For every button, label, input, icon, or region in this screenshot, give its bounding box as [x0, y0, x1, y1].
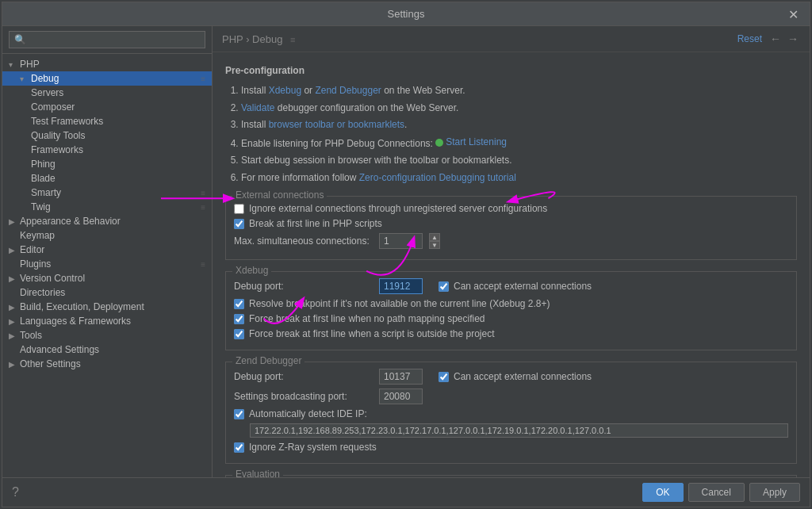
zend-can-accept-checkbox[interactable]: [439, 372, 449, 382]
zend-debugger-section: Zend Debugger Debug port: Can accept ext…: [225, 362, 797, 464]
sidebar-item-label: Appearance & Behavior: [20, 216, 205, 227]
external-connections-title: External connections: [232, 189, 327, 201]
sidebar-item-label: Editor: [20, 244, 205, 255]
settings-icon: ≡: [201, 203, 205, 212]
resolve-breakpoint-checkbox[interactable]: [234, 299, 244, 309]
sidebar-item-label: Quality Tools: [31, 130, 205, 141]
cancel-button[interactable]: Cancel: [688, 483, 745, 502]
sidebar-item-label: Twig: [31, 201, 201, 212]
sidebar-item-label: Frameworks: [31, 144, 205, 155]
preconfiguration-step-4: Enable listening for PHP Debug Connectio…: [241, 134, 797, 152]
auto-detect-checkbox[interactable]: [234, 409, 244, 419]
zero-config-link[interactable]: Zero-configuration Debugging tutorial: [359, 172, 516, 183]
broadcast-port-input[interactable]: [379, 388, 423, 404]
auto-detect-label: Automatically detect IDE IP:: [249, 408, 367, 419]
search-input[interactable]: [9, 31, 205, 48]
ignore-external-checkbox[interactable]: [234, 204, 244, 214]
spinner-up-button[interactable]: ▲: [429, 233, 440, 241]
reset-button[interactable]: Reset: [737, 33, 762, 44]
settings-dialog: Settings ✕ ▾ PHP ▾ Debug ≡: [2, 2, 810, 507]
sidebar-item-smarty[interactable]: Smarty ≡: [2, 186, 212, 200]
sidebar-item-servers[interactable]: Servers: [2, 86, 212, 100]
spinner-down-button[interactable]: ▼: [429, 241, 440, 249]
browser-toolbar-link[interactable]: browser toolbar or bookmarklets: [269, 119, 404, 130]
sidebar-item-directories[interactable]: Directories: [2, 285, 212, 300]
ignore-zray-checkbox[interactable]: [234, 442, 244, 453]
sidebar-item-twig[interactable]: Twig ≡: [2, 200, 212, 214]
force-break-path-checkbox[interactable]: [234, 314, 244, 324]
zend-debugger-link[interactable]: Zend Debugger: [315, 85, 381, 96]
sidebar-item-tools[interactable]: ▶ Tools: [2, 328, 212, 343]
force-break-outside-row: Force break at first line when a script …: [234, 328, 788, 339]
expand-icon: ▶: [9, 274, 20, 283]
expand-icon: ▶: [9, 217, 20, 226]
close-button[interactable]: ✕: [783, 5, 803, 23]
sidebar-item-label: Advanced Settings: [20, 344, 205, 355]
apply-button[interactable]: Apply: [749, 483, 800, 502]
sidebar-item-label: Blade: [31, 173, 205, 184]
sidebar-item-php[interactable]: ▾ PHP: [2, 57, 212, 71]
force-break-outside-checkbox[interactable]: [234, 329, 244, 339]
xdebug-port-label: Debug port:: [234, 281, 373, 292]
nav-back-button[interactable]: ←: [768, 33, 783, 45]
xdebug-can-accept-checkbox[interactable]: [439, 281, 449, 292]
sidebar-item-advanced[interactable]: Advanced Settings: [2, 343, 212, 357]
sidebar-item-label: PHP: [20, 59, 205, 70]
ignore-external-row: Ignore external connections through unre…: [234, 203, 788, 214]
start-listening-link[interactable]: Start Listening: [446, 134, 507, 151]
sidebar-item-editor[interactable]: ▶ Editor: [2, 243, 212, 257]
validate-link[interactable]: Validate: [241, 102, 274, 113]
xdebug-port-input[interactable]: [379, 278, 423, 294]
sidebar-item-label: Composer: [31, 101, 205, 113]
sidebar-item-frameworks[interactable]: Frameworks: [2, 143, 212, 157]
sidebar-item-quality-tools[interactable]: Quality Tools: [2, 128, 212, 143]
force-break-path-row: Force break at first line when no path m…: [234, 313, 788, 324]
force-break-outside-label: Force break at first line when a script …: [249, 328, 494, 339]
external-connections-content: Ignore external connections through unre…: [234, 203, 788, 249]
sidebar-item-appearance[interactable]: ▶ Appearance & Behavior: [2, 214, 212, 228]
sidebar-item-version-control[interactable]: ▶ Version Control: [2, 271, 212, 285]
max-connections-row: Max. simultaneous connections: ▲ ▼: [234, 233, 788, 249]
preconfiguration-step-6: For more information follow Zero-configu…: [241, 170, 797, 187]
sidebar-item-keymap[interactable]: Keymap: [2, 228, 212, 243]
sidebar-item-label: Phing: [31, 159, 205, 170]
ip-input-row: [250, 423, 788, 438]
break-first-line-checkbox[interactable]: [234, 219, 244, 229]
zend-port-input[interactable]: [379, 369, 423, 385]
start-listening-button[interactable]: Start Listening: [435, 134, 507, 151]
help-icon[interactable]: ?: [12, 485, 19, 499]
sidebar-item-blade[interactable]: Blade: [2, 171, 212, 186]
zend-debugger-fieldset: Zend Debugger Debug port: Can accept ext…: [225, 362, 797, 464]
evaluation-section: Evaluation Show array and object childre…: [225, 475, 797, 477]
broadcast-port-label: Settings broadcasting port:: [234, 391, 373, 402]
green-dot-icon: [435, 139, 443, 147]
zend-debugger-content: Debug port: Can accept external connecti…: [234, 369, 788, 453]
sidebar-item-phing[interactable]: Phing: [2, 157, 212, 171]
sidebar-item-build[interactable]: ▶ Build, Execution, Deployment: [2, 300, 212, 314]
preconfiguration-step-3: Install browser toolbar or bookmarklets.: [241, 117, 797, 134]
xdebug-port-row: Debug port: Can accept external connecti…: [234, 278, 788, 294]
content-body: Pre-configuration Install Xdebug or Zend…: [213, 52, 810, 477]
breadcrumb-debug: Debug: [252, 33, 282, 45]
max-connections-input[interactable]: [379, 233, 423, 249]
sidebar-item-label: Other Settings: [20, 358, 205, 369]
search-box: [2, 26, 212, 54]
nav-forward-button[interactable]: →: [786, 33, 800, 45]
sidebar: ▾ PHP ▾ Debug ≡ Servers Composer: [2, 26, 213, 477]
sidebar-item-debug[interactable]: ▾ Debug ≡: [2, 71, 212, 86]
ip-addresses-input[interactable]: [250, 423, 788, 438]
sidebar-item-other[interactable]: ▶ Other Settings: [2, 357, 212, 371]
expand-icon: ▶: [9, 246, 20, 254]
settings-tree: ▾ PHP ▾ Debug ≡ Servers Composer: [2, 54, 212, 477]
expand-icon: ▾: [20, 75, 31, 83]
content-header: PHP › Debug ≡ Reset ← →: [213, 26, 810, 52]
bottom-bar: ? OK Cancel Apply: [2, 477, 810, 507]
ignore-zray-label: Ignore Z-Ray system requests: [249, 442, 377, 453]
ok-button[interactable]: OK: [642, 483, 683, 502]
sidebar-item-languages[interactable]: ▶ Languages & Frameworks: [2, 314, 212, 328]
sidebar-item-plugins[interactable]: Plugins ≡: [2, 257, 212, 271]
sidebar-item-composer[interactable]: Composer: [2, 100, 212, 114]
break-first-line-label: Break at first line in PHP scripts: [249, 218, 382, 229]
sidebar-item-test-frameworks[interactable]: Test Frameworks: [2, 114, 212, 128]
xdebug-link[interactable]: Xdebug: [269, 85, 301, 96]
